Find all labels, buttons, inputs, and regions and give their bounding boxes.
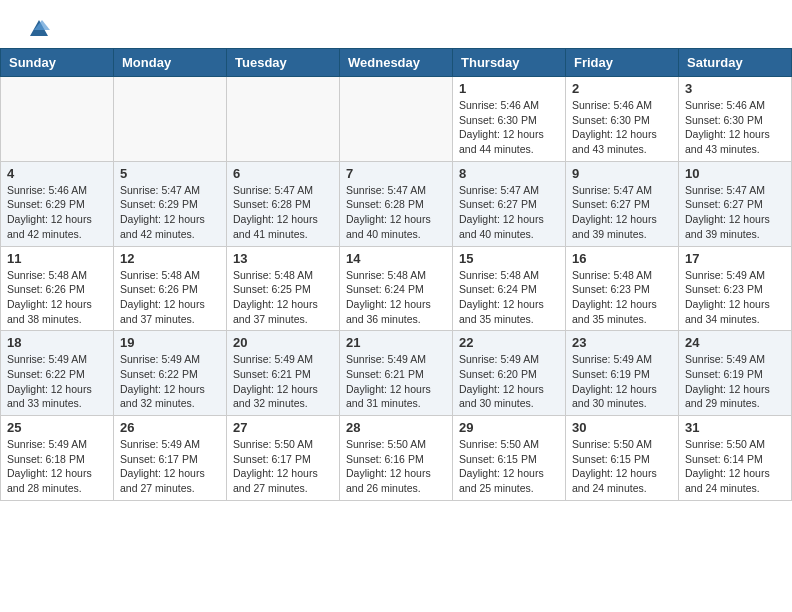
day-number: 24	[685, 335, 785, 350]
col-header-saturday: Saturday	[679, 49, 792, 77]
day-number: 7	[346, 166, 446, 181]
logo-icon	[28, 18, 50, 40]
calendar-cell: 13Sunrise: 5:48 AMSunset: 6:25 PMDayligh…	[227, 246, 340, 331]
col-header-sunday: Sunday	[1, 49, 114, 77]
col-header-tuesday: Tuesday	[227, 49, 340, 77]
day-info: Sunrise: 5:49 AMSunset: 6:21 PMDaylight:…	[233, 352, 333, 411]
day-number: 27	[233, 420, 333, 435]
day-number: 15	[459, 251, 559, 266]
day-info: Sunrise: 5:46 AMSunset: 6:30 PMDaylight:…	[572, 98, 672, 157]
calendar-cell: 29Sunrise: 5:50 AMSunset: 6:15 PMDayligh…	[453, 416, 566, 501]
calendar-cell	[340, 77, 453, 162]
day-info: Sunrise: 5:48 AMSunset: 6:25 PMDaylight:…	[233, 268, 333, 327]
calendar-cell: 19Sunrise: 5:49 AMSunset: 6:22 PMDayligh…	[114, 331, 227, 416]
calendar-cell: 27Sunrise: 5:50 AMSunset: 6:17 PMDayligh…	[227, 416, 340, 501]
day-number: 6	[233, 166, 333, 181]
calendar-cell: 6Sunrise: 5:47 AMSunset: 6:28 PMDaylight…	[227, 161, 340, 246]
calendar-cell: 25Sunrise: 5:49 AMSunset: 6:18 PMDayligh…	[1, 416, 114, 501]
day-number: 18	[7, 335, 107, 350]
calendar-cell: 10Sunrise: 5:47 AMSunset: 6:27 PMDayligh…	[679, 161, 792, 246]
calendar-cell	[227, 77, 340, 162]
day-number: 5	[120, 166, 220, 181]
day-number: 20	[233, 335, 333, 350]
day-info: Sunrise: 5:48 AMSunset: 6:26 PMDaylight:…	[7, 268, 107, 327]
calendar-week-row: 1Sunrise: 5:46 AMSunset: 6:30 PMDaylight…	[1, 77, 792, 162]
day-info: Sunrise: 5:48 AMSunset: 6:24 PMDaylight:…	[346, 268, 446, 327]
calendar-cell: 1Sunrise: 5:46 AMSunset: 6:30 PMDaylight…	[453, 77, 566, 162]
calendar-cell: 9Sunrise: 5:47 AMSunset: 6:27 PMDaylight…	[566, 161, 679, 246]
day-number: 30	[572, 420, 672, 435]
day-info: Sunrise: 5:50 AMSunset: 6:16 PMDaylight:…	[346, 437, 446, 496]
calendar-cell: 30Sunrise: 5:50 AMSunset: 6:15 PMDayligh…	[566, 416, 679, 501]
calendar-week-row: 18Sunrise: 5:49 AMSunset: 6:22 PMDayligh…	[1, 331, 792, 416]
calendar-cell: 28Sunrise: 5:50 AMSunset: 6:16 PMDayligh…	[340, 416, 453, 501]
page-header	[0, 0, 792, 48]
calendar: SundayMondayTuesdayWednesdayThursdayFrid…	[0, 48, 792, 501]
calendar-cell: 24Sunrise: 5:49 AMSunset: 6:19 PMDayligh…	[679, 331, 792, 416]
calendar-cell: 20Sunrise: 5:49 AMSunset: 6:21 PMDayligh…	[227, 331, 340, 416]
day-number: 28	[346, 420, 446, 435]
day-info: Sunrise: 5:48 AMSunset: 6:26 PMDaylight:…	[120, 268, 220, 327]
day-info: Sunrise: 5:49 AMSunset: 6:18 PMDaylight:…	[7, 437, 107, 496]
day-number: 1	[459, 81, 559, 96]
day-number: 3	[685, 81, 785, 96]
calendar-cell: 23Sunrise: 5:49 AMSunset: 6:19 PMDayligh…	[566, 331, 679, 416]
day-number: 29	[459, 420, 559, 435]
day-number: 11	[7, 251, 107, 266]
calendar-week-row: 11Sunrise: 5:48 AMSunset: 6:26 PMDayligh…	[1, 246, 792, 331]
day-info: Sunrise: 5:50 AMSunset: 6:17 PMDaylight:…	[233, 437, 333, 496]
calendar-cell: 26Sunrise: 5:49 AMSunset: 6:17 PMDayligh…	[114, 416, 227, 501]
day-info: Sunrise: 5:48 AMSunset: 6:23 PMDaylight:…	[572, 268, 672, 327]
calendar-cell: 7Sunrise: 5:47 AMSunset: 6:28 PMDaylight…	[340, 161, 453, 246]
calendar-cell	[114, 77, 227, 162]
day-info: Sunrise: 5:49 AMSunset: 6:19 PMDaylight:…	[685, 352, 785, 411]
day-info: Sunrise: 5:50 AMSunset: 6:14 PMDaylight:…	[685, 437, 785, 496]
calendar-cell: 16Sunrise: 5:48 AMSunset: 6:23 PMDayligh…	[566, 246, 679, 331]
calendar-cell: 15Sunrise: 5:48 AMSunset: 6:24 PMDayligh…	[453, 246, 566, 331]
day-number: 13	[233, 251, 333, 266]
col-header-thursday: Thursday	[453, 49, 566, 77]
day-number: 25	[7, 420, 107, 435]
calendar-cell: 3Sunrise: 5:46 AMSunset: 6:30 PMDaylight…	[679, 77, 792, 162]
day-number: 16	[572, 251, 672, 266]
day-info: Sunrise: 5:49 AMSunset: 6:22 PMDaylight:…	[120, 352, 220, 411]
calendar-header-row: SundayMondayTuesdayWednesdayThursdayFrid…	[1, 49, 792, 77]
col-header-monday: Monday	[114, 49, 227, 77]
day-info: Sunrise: 5:47 AMSunset: 6:27 PMDaylight:…	[459, 183, 559, 242]
calendar-cell: 18Sunrise: 5:49 AMSunset: 6:22 PMDayligh…	[1, 331, 114, 416]
day-info: Sunrise: 5:47 AMSunset: 6:29 PMDaylight:…	[120, 183, 220, 242]
day-info: Sunrise: 5:49 AMSunset: 6:22 PMDaylight:…	[7, 352, 107, 411]
day-number: 8	[459, 166, 559, 181]
calendar-week-row: 25Sunrise: 5:49 AMSunset: 6:18 PMDayligh…	[1, 416, 792, 501]
day-info: Sunrise: 5:49 AMSunset: 6:17 PMDaylight:…	[120, 437, 220, 496]
calendar-cell: 22Sunrise: 5:49 AMSunset: 6:20 PMDayligh…	[453, 331, 566, 416]
day-info: Sunrise: 5:48 AMSunset: 6:24 PMDaylight:…	[459, 268, 559, 327]
col-header-wednesday: Wednesday	[340, 49, 453, 77]
calendar-cell: 8Sunrise: 5:47 AMSunset: 6:27 PMDaylight…	[453, 161, 566, 246]
day-info: Sunrise: 5:49 AMSunset: 6:20 PMDaylight:…	[459, 352, 559, 411]
day-info: Sunrise: 5:49 AMSunset: 6:21 PMDaylight:…	[346, 352, 446, 411]
calendar-cell: 21Sunrise: 5:49 AMSunset: 6:21 PMDayligh…	[340, 331, 453, 416]
day-info: Sunrise: 5:49 AMSunset: 6:23 PMDaylight:…	[685, 268, 785, 327]
day-number: 14	[346, 251, 446, 266]
calendar-cell: 11Sunrise: 5:48 AMSunset: 6:26 PMDayligh…	[1, 246, 114, 331]
day-info: Sunrise: 5:47 AMSunset: 6:28 PMDaylight:…	[233, 183, 333, 242]
calendar-cell: 2Sunrise: 5:46 AMSunset: 6:30 PMDaylight…	[566, 77, 679, 162]
calendar-cell: 31Sunrise: 5:50 AMSunset: 6:14 PMDayligh…	[679, 416, 792, 501]
day-info: Sunrise: 5:46 AMSunset: 6:30 PMDaylight:…	[685, 98, 785, 157]
calendar-cell: 17Sunrise: 5:49 AMSunset: 6:23 PMDayligh…	[679, 246, 792, 331]
day-number: 22	[459, 335, 559, 350]
day-number: 26	[120, 420, 220, 435]
day-number: 9	[572, 166, 672, 181]
day-number: 12	[120, 251, 220, 266]
calendar-cell	[1, 77, 114, 162]
logo	[24, 18, 50, 40]
day-number: 4	[7, 166, 107, 181]
day-info: Sunrise: 5:47 AMSunset: 6:28 PMDaylight:…	[346, 183, 446, 242]
day-info: Sunrise: 5:50 AMSunset: 6:15 PMDaylight:…	[572, 437, 672, 496]
day-info: Sunrise: 5:46 AMSunset: 6:29 PMDaylight:…	[7, 183, 107, 242]
day-info: Sunrise: 5:46 AMSunset: 6:30 PMDaylight:…	[459, 98, 559, 157]
day-number: 23	[572, 335, 672, 350]
calendar-cell: 5Sunrise: 5:47 AMSunset: 6:29 PMDaylight…	[114, 161, 227, 246]
day-number: 19	[120, 335, 220, 350]
